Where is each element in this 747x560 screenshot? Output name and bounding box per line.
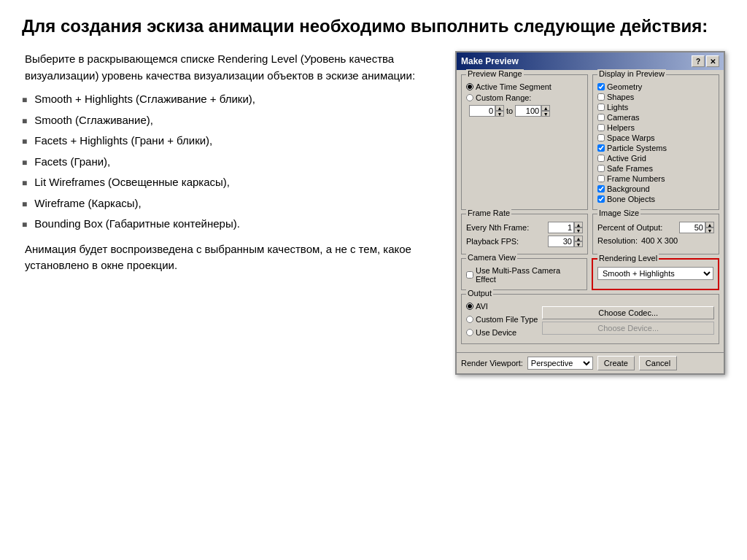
multi-pass-row: Use Multi-Pass Camera Effect [466,266,582,284]
from-down-btn[interactable]: ▼ [495,111,504,117]
fps-down-btn[interactable]: ▼ [574,241,583,247]
custom-range-label: Custom Range: [476,93,531,102]
display-cameras-checkbox[interactable] [597,114,605,121]
titlebar-buttons: ? ✕ [692,55,719,67]
display-checkbox-row: Background [597,184,714,193]
avi-label: AVI [476,302,488,311]
display-particle-systems-label: Particle Systems [607,144,667,152]
display-checkbox-row: Safe Frames [597,164,714,173]
to-up-btn[interactable]: ▲ [541,105,550,111]
from-input[interactable] [469,105,495,117]
display-helpers-label: Helpers [607,123,635,132]
display-checkbox-row: Bone Objects [597,195,714,203]
percent-output-row: Percent of Output: ▲ ▼ [597,222,714,233]
list-item: Smooth (Сглаживание), [22,112,441,129]
resolution-value: 400 X 300 [640,236,679,246]
fps-up-btn[interactable]: ▲ [574,236,583,241]
to-label: to [506,106,513,115]
display-checkbox-row: Cameras [597,113,714,122]
camera-view-group: Camera View Use Multi-Pass Camera Effect [461,258,587,290]
display-in-preview-label: Display in Preview [597,69,666,78]
list-item: Lit Wireframes (Освещенные каркасы), [22,174,441,191]
make-preview-dialog: Make Preview ? ✕ Preview Range Active Ti… [455,51,725,375]
help-button[interactable]: ? [692,55,705,67]
display-active-grid-checkbox[interactable] [597,155,605,162]
dialog-title: Make Preview [461,56,519,66]
close-button[interactable]: ✕ [706,55,719,67]
list-item: Wireframe (Каркасы), [22,195,441,212]
display-frame-numbers-label: Frame Numbers [607,174,665,183]
bullet-list: Smooth + Highlights (Сглаживание + блики… [22,91,441,233]
rendering-level-select[interactable]: Smooth + Highlights Smooth Facets + High… [597,267,713,280]
active-time-segment-label: Active Time Segment [476,82,551,91]
list-item: Bounding Box (Габаритные контейнеры). [22,216,441,233]
output-buttons: Choose Codec... Choose Device... [542,306,714,335]
display-safe-frames-label: Safe Frames [607,164,653,173]
display-background-label: Background [607,184,650,193]
preview-range-group: Preview Range Active Time Segment Custom… [461,74,588,210]
display-particle-systems-checkbox[interactable] [597,144,605,152]
percent-input[interactable] [679,222,705,233]
fps-input[interactable] [548,236,574,247]
preview-range-label: Preview Range [466,69,524,78]
display-checkboxes: GeometryShapesLightsCamerasHelpersSpace … [597,82,714,203]
percent-down-btn[interactable]: ▼ [705,228,714,233]
create-button[interactable]: Create [597,356,635,370]
resolution-label: Resolution: [597,236,638,245]
display-bone-objects-checkbox[interactable] [597,195,605,203]
use-device-radio[interactable] [466,329,473,336]
cancel-button[interactable]: Cancel [639,356,677,370]
avi-radio[interactable] [466,303,473,310]
custom-file-row: Custom File Type [466,315,538,324]
display-lights-label: Lights [607,103,628,112]
percent-output-label: Percent of Output: [597,223,677,232]
display-space-warps-checkbox[interactable] [597,134,605,141]
display-checkbox-row: Shapes [597,93,714,101]
display-checkbox-row: Space Warps [597,133,714,142]
display-background-checkbox[interactable] [597,185,605,192]
nth-down-btn[interactable]: ▼ [574,228,583,233]
image-size-group: Image Size Percent of Output: ▲ ▼ [592,214,719,254]
to-down-btn[interactable]: ▼ [541,111,550,117]
playback-fps-row: Playback FPS: ▲ ▼ [466,236,583,247]
choose-codec-button[interactable]: Choose Codec... [542,306,714,319]
list-item: Smooth + Highlights (Сглаживание + блики… [22,91,441,108]
display-frame-numbers-checkbox[interactable] [597,175,605,182]
custom-range-radio[interactable] [466,94,473,101]
display-bone-objects-label: Bone Objects [607,195,655,203]
display-checkbox-row: Active Grid [597,154,714,163]
avi-row: AVI [466,302,538,311]
display-shapes-label: Shapes [607,93,634,101]
frame-rate-group: Frame Rate Every Nth Frame: ▲ ▼ [461,214,588,254]
display-checkbox-row: Helpers [597,123,714,132]
use-device-row: Use Device [466,328,538,337]
dialog-titlebar: Make Preview ? ✕ [457,52,724,70]
frame-rate-label: Frame Rate [466,209,511,217]
display-safe-frames-checkbox[interactable] [597,165,605,172]
nth-frame-input[interactable] [548,222,574,233]
display-helpers-checkbox[interactable] [597,124,605,131]
rendering-level-label: Rendering Level [597,254,659,262]
viewport-select[interactable]: Perspective Top Front Left [527,357,593,370]
display-space-warps-label: Space Warps [607,133,655,142]
output-options-row: AVI Custom File Type Use Device Choose C… [466,302,714,339]
display-geometry-checkbox[interactable] [597,83,605,90]
to-input[interactable] [515,105,541,117]
list-item: Facets (Грани), [22,154,441,171]
display-geometry-label: Geometry [607,82,642,91]
custom-file-radio[interactable] [466,316,473,323]
display-shapes-checkbox[interactable] [597,93,605,101]
display-lights-checkbox[interactable] [597,104,605,111]
multi-pass-checkbox[interactable] [466,271,473,279]
range-inputs: ▲ ▼ to ▲ ▼ [466,105,583,117]
resolution-row: Resolution: 400 X 300 [597,236,714,246]
choose-device-button: Choose Device... [542,322,714,335]
display-in-preview-group: Display in Preview GeometryShapesLightsC… [592,74,719,210]
percent-up-btn[interactable]: ▲ [705,222,714,228]
output-group: Output AVI Custom File Type [461,294,719,344]
active-time-segment-radio[interactable] [466,83,473,90]
footer-paragraph: Анимация будет воспроизведена с выбранны… [22,241,441,274]
dialog-body: Preview Range Active Time Segment Custom… [457,70,724,352]
nth-up-btn[interactable]: ▲ [574,222,583,228]
from-up-btn[interactable]: ▲ [495,105,504,111]
